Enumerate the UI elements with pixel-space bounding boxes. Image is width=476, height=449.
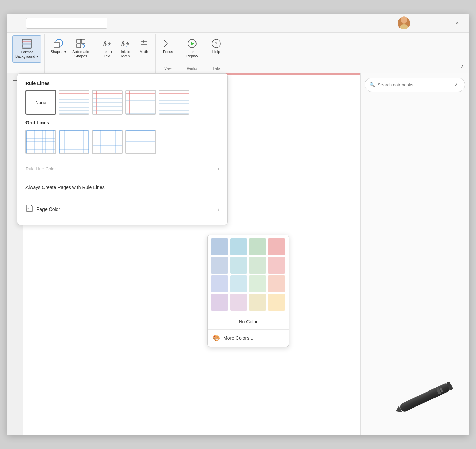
focus-label: Focus	[163, 50, 173, 54]
more-colors-row[interactable]: 🎨 More Colors...	[208, 330, 289, 347]
color-swatch-8[interactable]	[211, 275, 228, 292]
color-swatch-13[interactable]	[230, 294, 247, 311]
grid-small[interactable]	[26, 130, 56, 154]
expand-icon[interactable]: ↗	[451, 80, 461, 89]
svg-rect-62	[26, 130, 55, 153]
avatar[interactable]	[398, 17, 410, 29]
color-swatch-2[interactable]	[249, 238, 266, 255]
color-swatch-3[interactable]	[268, 238, 285, 255]
color-swatch-15[interactable]	[268, 294, 285, 311]
title-search-bar[interactable]	[26, 18, 107, 29]
ribbon: FormatBackground ▾ Shapes ▾	[7, 33, 469, 73]
page-color-left: Page Color	[26, 204, 60, 214]
svg-rect-68	[93, 130, 122, 153]
color-swatch-10[interactable]	[249, 275, 266, 292]
math-label: Math	[140, 50, 148, 54]
close-button[interactable]: ✕	[449, 18, 465, 29]
automatic-shapes-label: AutomaticShapes	[72, 50, 89, 59]
no-color-label: No Color	[239, 319, 257, 325]
rule-line-color-row[interactable]: Rule Line Color ›	[26, 163, 219, 175]
search-notebooks-container[interactable]: 🔍 ↗	[365, 78, 465, 92]
ink-replay-icon	[187, 38, 198, 49]
grid-large[interactable]	[92, 130, 123, 154]
ink-replay-label: InkReplay	[186, 50, 198, 59]
narrow-lines-svg	[60, 91, 89, 114]
help-button[interactable]: ? Help	[207, 35, 225, 63]
color-swatch-12[interactable]	[211, 294, 228, 311]
rule-line-college[interactable]	[159, 90, 189, 115]
rule-line-color-label: Rule Line Color	[26, 166, 56, 171]
grid-lines-options	[26, 130, 219, 154]
rule-line-none[interactable]: None	[26, 90, 56, 115]
format-background-button[interactable]: FormatBackground ▾	[12, 35, 41, 63]
ribbon-items-shapes: Shapes ▾ AutomaticShapes	[48, 35, 92, 70]
color-swatch-0[interactable]	[211, 238, 228, 255]
rule-line-medium[interactable]	[92, 90, 123, 115]
svg-text:a: a	[108, 44, 110, 47]
automatic-shapes-icon	[75, 38, 86, 49]
replay-group-label: Replay	[187, 67, 197, 72]
ribbon-group-shapes: Shapes ▾ AutomaticShapes	[45, 34, 95, 73]
divider-1	[26, 160, 219, 160]
ribbon-group-view: FormatBackground ▾	[10, 34, 45, 73]
help-icon: ?	[211, 38, 222, 49]
color-swatch-1[interactable]	[230, 238, 247, 255]
more-colors-label: More Colors...	[223, 335, 253, 341]
minimize-button[interactable]: —	[413, 18, 428, 29]
search-notebooks-input[interactable]	[378, 82, 448, 87]
help-label: Help	[213, 50, 220, 54]
ribbon-items-convert: a Ink toText π I	[98, 35, 153, 70]
color-swatch-6[interactable]	[249, 257, 266, 274]
no-color-row[interactable]: No Color	[208, 314, 289, 330]
page-color-icon	[26, 204, 33, 214]
color-swatch-5[interactable]	[230, 257, 247, 274]
grid-lines-title: Grid Lines	[26, 120, 219, 126]
rule-line-narrow[interactable]	[59, 90, 89, 115]
math-button[interactable]: Math	[135, 35, 153, 63]
small-grid-svg	[26, 130, 55, 153]
ink-to-math-icon: π	[120, 38, 131, 49]
always-create-row[interactable]: Always Create Pages with Rule Lines	[26, 181, 219, 194]
focus-icon	[163, 38, 173, 49]
svg-rect-4	[22, 39, 31, 48]
avatar-image	[398, 17, 410, 29]
ink-to-math-button[interactable]: π Ink toMath	[117, 35, 134, 63]
svg-rect-13	[77, 39, 81, 43]
color-swatch-14[interactable]	[249, 294, 266, 311]
shapes-button[interactable]: Shapes ▾	[48, 35, 69, 63]
svg-marker-27	[191, 42, 194, 45]
svg-text:π: π	[126, 45, 127, 48]
xlarge-grid-svg	[126, 130, 155, 153]
medium-lines-svg	[93, 91, 122, 114]
math-icon	[138, 38, 149, 49]
ribbon-items-focus: Focus	[159, 35, 177, 67]
title-bar: — □ ✕	[7, 14, 469, 33]
rule-lines-title: Rule Lines	[26, 81, 219, 86]
more-colors-icon: 🎨	[213, 334, 220, 342]
ribbon-collapse-button[interactable]: ∧	[458, 62, 466, 70]
ink-replay-button[interactable]: InkReplay	[183, 35, 201, 63]
ink-to-math-label: Ink toMath	[121, 50, 130, 59]
none-label: None	[35, 100, 46, 105]
maximize-button[interactable]: □	[431, 18, 447, 29]
view2-group-label: View	[164, 67, 172, 72]
color-grid	[208, 235, 289, 314]
automatic-shapes-button[interactable]: AutomaticShapes	[70, 35, 92, 63]
svg-rect-14	[81, 39, 85, 43]
color-swatch-7[interactable]	[268, 257, 285, 274]
always-create-label: Always Create Pages with Rule Lines	[26, 185, 105, 190]
medium-grid-svg	[60, 130, 89, 153]
rule-line-wide[interactable]	[125, 90, 156, 115]
ribbon-group-help: ? Help Help	[205, 34, 228, 73]
color-swatch-11[interactable]	[268, 275, 285, 292]
color-swatch-9[interactable]	[230, 275, 247, 292]
grid-xlarge[interactable]	[125, 130, 156, 154]
focus-button[interactable]: Focus	[159, 35, 177, 63]
page-color-row[interactable]: Page Color ›	[26, 200, 219, 218]
svg-point-3	[402, 19, 406, 24]
shapes-label: Shapes ▾	[51, 50, 66, 54]
grid-medium[interactable]	[59, 130, 89, 154]
college-lines-svg	[159, 91, 189, 114]
color-swatch-4[interactable]	[211, 257, 228, 274]
ink-to-text-button[interactable]: a Ink toText	[98, 35, 116, 63]
